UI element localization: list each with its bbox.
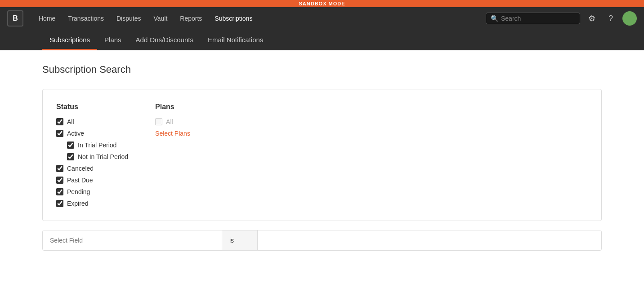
checkbox-label-expired: Expired — [67, 200, 88, 207]
search-section: Status AllActiveIn Trial PeriodNot In Tr… — [42, 89, 602, 221]
help-button[interactable]: ? — [604, 11, 618, 26]
search-box[interactable]: 🔍 — [486, 13, 580, 24]
checkbox-item-expired[interactable]: Expired — [56, 200, 128, 207]
checkbox-label-not-in-trial-period: Not In Trial Period — [78, 153, 128, 160]
select-plans-link[interactable]: Select Plans — [155, 130, 190, 137]
filter-row: is — [42, 230, 602, 251]
checkbox-expired[interactable] — [56, 200, 63, 207]
settings-button[interactable]: ⚙ — [585, 11, 599, 26]
checkbox-label-past-due: Past Due — [67, 177, 93, 184]
nav-link-reports[interactable]: Reports — [174, 7, 208, 30]
status-checkboxes: AllActiveIn Trial PeriodNot In Trial Per… — [56, 118, 128, 207]
checkbox-item-not-in-trial-period[interactable]: Not In Trial Period — [67, 153, 128, 160]
checkbox-item-past-due[interactable]: Past Due — [56, 177, 128, 184]
checkbox-canceled[interactable] — [56, 165, 63, 172]
nav-link-home[interactable]: Home — [32, 7, 62, 30]
nav-link-disputes[interactable]: Disputes — [110, 7, 147, 30]
tab-subscriptions[interactable]: Subscriptions — [42, 30, 97, 50]
checkbox-active[interactable] — [56, 130, 63, 137]
checkbox-item-pending[interactable]: Pending — [56, 188, 128, 195]
checkbox-item-all[interactable]: All — [56, 118, 128, 125]
search-icon: 🔍 — [491, 15, 498, 22]
avatar[interactable] — [622, 11, 637, 26]
tab-email-notifications[interactable]: Email Notifications — [201, 30, 270, 50]
navbar-right: 🔍 ⚙ ? — [486, 11, 637, 26]
checkbox-label-canceled: Canceled — [67, 165, 94, 172]
checkbox-label-pending: Pending — [67, 188, 90, 195]
page-title: Subscription Search — [42, 64, 602, 75]
checkbox-item-in-trial-period[interactable]: In Trial Period — [67, 142, 128, 149]
tab-plans[interactable]: Plans — [97, 30, 129, 50]
filter-value-input[interactable] — [258, 230, 601, 250]
checkbox-in-trial-period[interactable] — [67, 142, 74, 149]
logo[interactable]: B — [7, 10, 23, 27]
plans-title: Plans — [155, 103, 245, 111]
sandbox-banner: SANDBOX MODE — [0, 0, 644, 7]
navbar: B HomeTransactionsDisputesVaultReportsSu… — [0, 7, 644, 30]
status-title: Status — [56, 103, 128, 111]
main-content: Subscription Search Status AllActiveIn T… — [0, 50, 644, 264]
checkbox-past-due[interactable] — [56, 177, 63, 184]
checkbox-label-in-trial-period: In Trial Period — [78, 142, 116, 149]
checkbox-item-canceled[interactable]: Canceled — [56, 165, 128, 172]
plans-section: Plans All Select Plans — [155, 103, 245, 207]
plans-all-row: All — [155, 118, 245, 125]
select-field-input[interactable] — [43, 230, 222, 250]
checkbox-pending[interactable] — [56, 188, 63, 195]
nav-link-subscriptions[interactable]: Subscriptions — [208, 7, 259, 30]
checkbox-item-active[interactable]: Active — [56, 130, 128, 137]
filter-operator: is — [222, 230, 258, 250]
search-input[interactable] — [501, 15, 575, 22]
nav-links: HomeTransactionsDisputesVaultReportsSubs… — [32, 7, 486, 30]
plans-all-label: All — [166, 118, 173, 125]
nav-link-transactions[interactable]: Transactions — [62, 7, 110, 30]
nav-link-vault[interactable]: Vault — [147, 7, 174, 30]
sub-nav: SubscriptionsPlansAdd Ons/DiscountsEmail… — [0, 30, 644, 50]
checkbox-label-active: Active — [67, 130, 84, 137]
tab-add-ons/discounts[interactable]: Add Ons/Discounts — [129, 30, 201, 50]
checkbox-all[interactable] — [56, 118, 63, 125]
status-section: Status AllActiveIn Trial PeriodNot In Tr… — [56, 103, 128, 207]
plans-all-checkbox[interactable] — [155, 118, 162, 125]
checkbox-label-all: All — [67, 118, 74, 125]
checkbox-not-in-trial-period[interactable] — [67, 153, 74, 160]
